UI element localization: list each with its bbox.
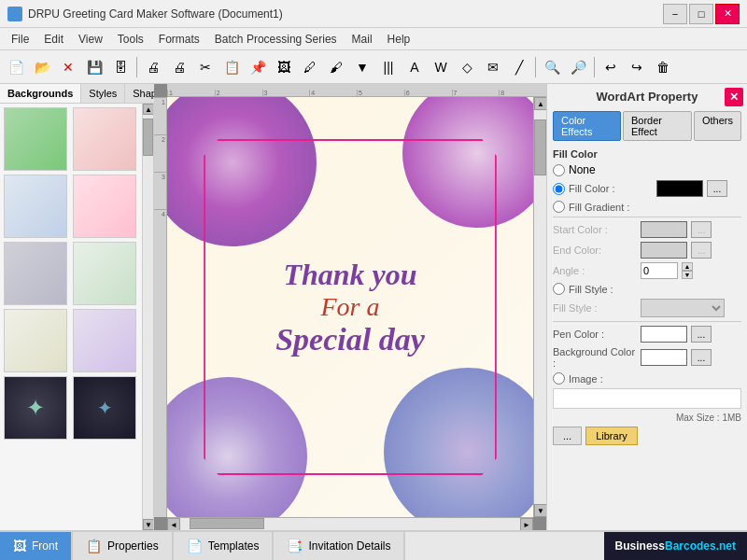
none-label: None	[569, 163, 596, 176]
hscroll-right[interactable]: ►	[520, 518, 533, 530]
angle-label: Angle :	[553, 265, 637, 276]
tb-close[interactable]: ✕	[56, 55, 80, 79]
thumbnail-grid: ✦ ✦	[4, 107, 138, 440]
start-color-label: Start Color :	[553, 224, 637, 235]
menu-batch[interactable]: Batch Processing Series	[207, 31, 345, 48]
pen-color-swatch[interactable]	[641, 326, 687, 343]
tb-image[interactable]: 🖼	[272, 55, 296, 79]
thumbnail-2[interactable]	[73, 107, 136, 171]
pen-color-row: Pen Color : ...	[553, 326, 741, 343]
horizontal-scrollbar[interactable]: ◄ ►	[167, 517, 533, 530]
panel-tabs: Backgrounds Styles Shapes	[0, 84, 153, 104]
tick-5: 5	[357, 90, 404, 96]
hscroll-thumb[interactable]	[190, 518, 264, 529]
thumbnail-5[interactable]	[4, 242, 67, 305]
bg-color-swatch[interactable]	[641, 349, 687, 366]
tb-wordart[interactable]: W	[429, 55, 453, 79]
vscroll-up[interactable]: ▲	[534, 97, 546, 110]
fill-color-dots-btn[interactable]: ...	[707, 180, 727, 197]
image-dots-btn[interactable]: ...	[553, 427, 582, 445]
thumbnail-9[interactable]: ✦	[4, 376, 67, 440]
tb-brush[interactable]: 🖌	[324, 55, 348, 79]
thumbnail-6[interactable]	[73, 242, 136, 305]
tab-backgrounds[interactable]: Backgrounds	[0, 84, 81, 103]
fill-gradient-radio[interactable]	[553, 201, 565, 213]
wordart-close-button[interactable]: ✕	[725, 88, 743, 106]
angle-up[interactable]: ▲	[682, 262, 693, 271]
thumbnail-8[interactable]	[73, 309, 136, 372]
library-btn[interactable]: Library	[585, 427, 638, 445]
vertical-scrollbar[interactable]: ▲ ▼	[533, 97, 546, 517]
tab-front[interactable]: 🖼 Front	[0, 532, 73, 560]
tb-cut[interactable]: ✂	[193, 55, 218, 79]
fill-style-radio-row: Fill Style :	[553, 283, 741, 295]
tb-zoom-out[interactable]: 🔎	[566, 55, 590, 79]
tb-pen[interactable]: 🖊	[298, 55, 322, 79]
tb-open[interactable]: 📂	[30, 55, 54, 79]
thumbnail-4[interactable]	[73, 175, 136, 238]
thumbnail-7[interactable]	[4, 309, 67, 372]
tb-new[interactable]: 📄	[4, 55, 28, 79]
fill-color-section-label: Fill Color	[553, 148, 741, 160]
menu-help[interactable]: Help	[380, 31, 418, 48]
ruler-tick-v-2: 2	[154, 134, 166, 144]
tb-shapes[interactable]: ◇	[455, 55, 479, 79]
maximize-button[interactable]: □	[689, 4, 713, 24]
tb-save[interactable]: 💾	[82, 55, 106, 79]
minimize-button[interactable]: −	[663, 4, 687, 24]
thumbnail-1[interactable]	[4, 107, 67, 171]
tb-barcode[interactable]: |||	[376, 55, 401, 79]
scroll-down-btn[interactable]: ▼	[143, 519, 153, 530]
tb-text[interactable]: A	[402, 55, 427, 79]
vscroll-down[interactable]: ▼	[534, 504, 546, 517]
tb-line[interactable]: ╱	[507, 55, 531, 79]
tb-undo[interactable]: ↩	[599, 55, 623, 79]
card-image: Thank you For a Special day	[167, 97, 533, 517]
thumbnail-10[interactable]: ✦	[73, 376, 136, 440]
tab-border-effect[interactable]: Border Effect	[623, 111, 692, 141]
menu-view[interactable]: View	[71, 31, 110, 48]
divider-1	[553, 217, 741, 217]
tab-properties[interactable]: 📋 Properties	[73, 532, 174, 560]
start-color-row: Start Color : ...	[553, 221, 741, 238]
tb-zoom-in[interactable]: 🔍	[540, 55, 564, 79]
scroll-up-btn[interactable]: ▲	[143, 104, 153, 115]
tb-save-as[interactable]: 🗄	[108, 55, 133, 79]
pen-color-dots-btn[interactable]: ...	[691, 326, 712, 343]
templates-icon: 📄	[187, 539, 203, 553]
fill-style-dropdown[interactable]	[641, 299, 725, 317]
fill-color-swatch[interactable]	[656, 180, 703, 197]
menu-tools[interactable]: Tools	[110, 31, 151, 48]
tab-templates[interactable]: 📄 Templates	[174, 532, 275, 560]
tb-delete[interactable]: 🗑	[651, 55, 675, 79]
fill-style-radio[interactable]	[553, 283, 565, 295]
none-radio[interactable]	[553, 164, 565, 176]
tb-dropdown[interactable]: ▼	[350, 55, 374, 79]
scroll-thumb-v[interactable]	[143, 119, 153, 156]
image-radio[interactable]	[553, 372, 565, 385]
tb-copy[interactable]: 📋	[219, 55, 244, 79]
angle-down[interactable]: ▼	[682, 271, 693, 279]
menu-formats[interactable]: Formats	[151, 31, 207, 48]
main-area: Backgrounds Styles Shapes ✦	[0, 84, 747, 530]
tb-redo[interactable]: ↪	[625, 55, 649, 79]
fill-color-radio[interactable]	[553, 183, 565, 195]
tb-print[interactable]: 🖨	[141, 55, 165, 79]
tab-styles[interactable]: Styles	[81, 84, 125, 103]
tab-color-effects[interactable]: Color Effects	[553, 111, 621, 141]
fill-gradient-label: Fill Gradient :	[569, 202, 653, 213]
vscroll-thumb[interactable]	[534, 119, 546, 175]
thumbnail-3[interactable]	[4, 175, 67, 238]
tab-invitation[interactable]: 📑 Invitation Details	[274, 532, 405, 560]
menu-mail[interactable]: Mail	[345, 31, 380, 48]
menu-edit[interactable]: Edit	[36, 31, 71, 48]
tb-print2[interactable]: 🖨	[167, 55, 191, 79]
close-button[interactable]: ✕	[715, 4, 740, 24]
menu-file[interactable]: File	[4, 31, 36, 48]
angle-input[interactable]	[641, 262, 678, 279]
bg-color-dots-btn[interactable]: ...	[691, 349, 712, 366]
tab-others[interactable]: Others	[694, 111, 741, 141]
tb-email[interactable]: ✉	[481, 55, 505, 79]
hscroll-left[interactable]: ◄	[167, 518, 180, 530]
tb-paste[interactable]: 📌	[246, 55, 270, 79]
